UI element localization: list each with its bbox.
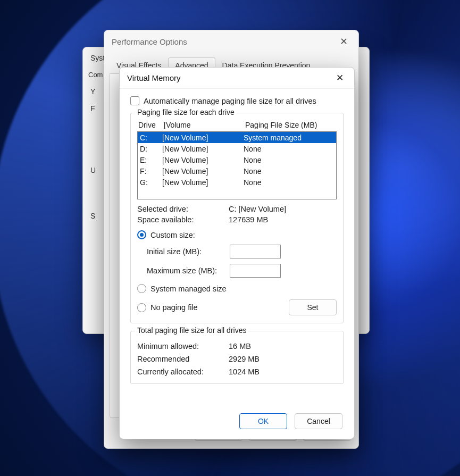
initial-size-label: Initial size (MB): xyxy=(147,247,227,256)
group-legend: Paging file size for each drive xyxy=(135,108,237,116)
drive-letter: C: xyxy=(139,133,162,142)
space-available-value: 127639 MB xyxy=(229,215,268,224)
virtual-memory-title: Virtual Memory xyxy=(127,73,181,82)
total-paging-group: Total paging file size for all drives Mi… xyxy=(130,331,344,384)
drive-row[interactable]: D: [New Volume] None xyxy=(138,143,336,154)
custom-size-radio[interactable]: Custom size: xyxy=(137,230,337,239)
header-volume: [Volume xyxy=(164,121,245,129)
drive-volume: [New Volume] xyxy=(162,156,244,164)
paging-per-drive-group: Paging file size for each drive Drive [V… xyxy=(130,113,344,323)
drive-size: None xyxy=(244,167,334,176)
drive-row[interactable]: F: [New Volume] None xyxy=(138,165,336,177)
drive-list[interactable]: C: [New Volume] System managed D: [New V… xyxy=(137,131,337,199)
drive-volume: [New Volume] xyxy=(162,167,244,176)
auto-manage-label: Automatically manage paging file size fo… xyxy=(144,97,316,105)
currently-allocated-label: Currently allocated: xyxy=(137,368,229,376)
currently-allocated-value: 1024 MB xyxy=(229,368,260,376)
drive-letter: D: xyxy=(139,145,162,153)
minimum-allowed-value: 16 MB xyxy=(229,342,251,350)
space-available-label: Space available: xyxy=(137,215,229,224)
recommended-value: 2929 MB xyxy=(229,355,260,363)
header-drive: Drive xyxy=(138,121,164,129)
system-managed-label: System managed size xyxy=(150,285,227,293)
drive-size: None xyxy=(244,178,334,187)
maximum-size-label: Maximum size (MB): xyxy=(147,266,227,275)
selected-drive-label: Selected drive: xyxy=(137,205,229,213)
drive-list-header: Drive [Volume Paging File Size (MB) xyxy=(138,121,336,129)
drive-volume: [New Volume] xyxy=(162,178,244,187)
close-icon[interactable]: ✕ xyxy=(336,34,352,49)
drive-row[interactable]: E: [New Volume] None xyxy=(138,154,336,165)
drive-row[interactable]: C: [New Volume] System managed xyxy=(138,132,336,143)
virtual-memory-window: Virtual Memory ✕ Automatically manage pa… xyxy=(119,67,355,439)
ok-button[interactable]: OK xyxy=(239,413,287,429)
header-size: Paging File Size (MB) xyxy=(245,121,336,129)
drive-letter: G: xyxy=(139,178,162,187)
drive-volume: [New Volume] xyxy=(162,133,244,142)
maximum-size-input[interactable] xyxy=(230,264,281,278)
system-managed-radio[interactable]: System managed size xyxy=(137,284,337,293)
drive-letter: F: xyxy=(139,167,162,176)
performance-options-title: Performance Options xyxy=(112,37,187,46)
group-legend: Total paging file size for all drives xyxy=(135,326,248,335)
drive-size: None xyxy=(244,145,334,153)
radio-icon xyxy=(137,230,146,239)
drive-size: System managed xyxy=(244,133,334,142)
drive-row[interactable]: G: [New Volume] None xyxy=(138,177,336,188)
close-icon[interactable]: ✕ xyxy=(332,70,348,86)
set-button[interactable]: Set xyxy=(289,299,337,315)
drive-volume: [New Volume] xyxy=(162,145,244,153)
minimum-allowed-label: Minimum allowed: xyxy=(137,342,229,350)
drive-size: None xyxy=(244,156,334,164)
cancel-button[interactable]: Cancel xyxy=(295,413,342,429)
custom-size-label: Custom size: xyxy=(150,231,195,239)
radio-icon xyxy=(137,284,146,293)
initial-size-input[interactable] xyxy=(230,245,281,258)
no-paging-label: No paging file xyxy=(150,303,198,312)
selected-drive-value: C: [New Volume] xyxy=(229,205,286,213)
drive-letter: E: xyxy=(139,156,162,164)
recommended-label: Recommended xyxy=(137,355,229,363)
checkbox-icon xyxy=(130,96,139,105)
radio-icon xyxy=(137,303,146,312)
auto-manage-checkbox[interactable]: Automatically manage paging file size fo… xyxy=(130,96,344,105)
no-paging-radio[interactable]: No paging file xyxy=(137,303,198,312)
